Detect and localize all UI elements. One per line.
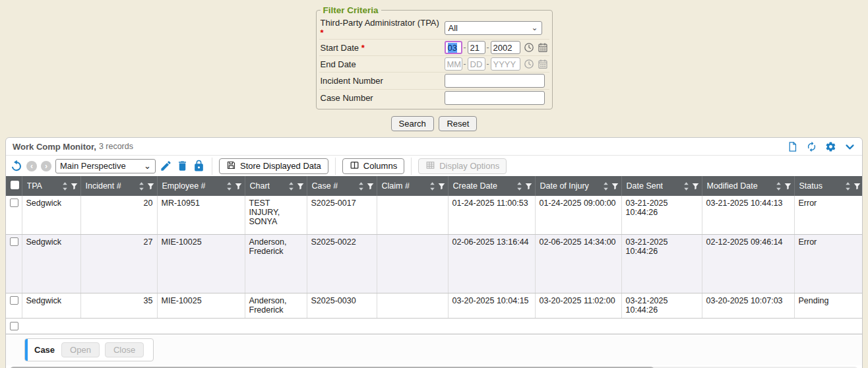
end-date-day-input[interactable]: DD (468, 57, 485, 71)
table-cell[interactable]: 20 (80, 196, 157, 234)
table-cell[interactable]: Sedgwick (22, 293, 80, 318)
column-header-employee[interactable]: Employee # (157, 176, 245, 196)
undo-icon[interactable] (10, 160, 22, 172)
sort-icon[interactable] (429, 182, 435, 191)
table-cell[interactable]: Sedgwick (22, 196, 80, 234)
table-cell[interactable]: 01-24-2025 09:00:00 (535, 196, 621, 234)
edit-pencil-icon[interactable] (160, 160, 172, 172)
filter-funnel-icon[interactable] (71, 183, 78, 190)
end-date-month-input[interactable]: MM (445, 57, 462, 71)
filter-funnel-icon[interactable] (297, 183, 304, 190)
incident-number-input[interactable] (445, 74, 545, 88)
table-cell[interactable]: 03-20-2025 10:04:15 (448, 293, 535, 318)
filter-funnel-icon[interactable] (525, 183, 532, 190)
filter-funnel-icon[interactable] (611, 183, 619, 190)
gear-icon[interactable] (825, 141, 836, 152)
table-cell[interactable]: 02-06-2025 14:34:00 (535, 234, 621, 293)
sort-icon[interactable] (139, 182, 144, 191)
sort-icon[interactable] (226, 182, 232, 191)
collapse-chevron-icon[interactable] (844, 141, 855, 152)
column-header-status[interactable]: Status (794, 176, 863, 196)
calendar-icon[interactable] (538, 42, 548, 53)
sort-icon[interactable] (683, 182, 689, 191)
end-date-year-input[interactable]: YYYY (491, 57, 520, 71)
case-open-button[interactable]: Open (61, 342, 100, 357)
table-cell[interactable] (377, 196, 448, 234)
sort-icon[interactable] (516, 182, 522, 191)
table-cell[interactable]: 03-21-2025 10:44:26 (621, 234, 702, 293)
select-all-checkbox[interactable] (10, 322, 18, 330)
display-options-button[interactable]: Display Options (418, 158, 507, 174)
sort-icon[interactable] (603, 182, 609, 191)
trash-icon[interactable] (176, 160, 189, 172)
start-date-day-input[interactable]: 21 (468, 41, 485, 54)
table-row[interactable]: Sedgwick20MR-10951TEST INJURY, SONYAS202… (6, 196, 863, 234)
table-cell[interactable]: 03-21-2025 10:44:13 (702, 196, 794, 234)
column-header-date-of-injury[interactable]: Date of Injury (535, 176, 621, 196)
sort-icon[interactable] (62, 182, 68, 191)
table-cell[interactable]: 03-21-2025 10:44:26 (621, 293, 702, 318)
refresh-icon[interactable] (806, 141, 817, 152)
store-displayed-data-button[interactable]: Store Displayed Data (219, 158, 328, 174)
column-header-chart[interactable]: Chart (245, 176, 307, 196)
table-cell[interactable]: 02-06-2025 13:16:44 (448, 234, 535, 293)
table-cell[interactable]: MIE-10025 (157, 234, 245, 293)
row-select-checkbox[interactable] (10, 199, 18, 207)
table-cell[interactable]: 27 (80, 234, 157, 293)
column-header-tpa[interactable]: TPA (22, 176, 80, 196)
table-row[interactable]: Sedgwick35MIE-10025Anderson, FrederickS2… (6, 293, 863, 318)
table-cell[interactable]: 03-21-2025 10:44:26 (621, 196, 702, 234)
table-cell[interactable]: TEST INJURY, SONYA (245, 196, 307, 234)
case-close-button[interactable]: Close (105, 342, 144, 357)
next-perspective-icon[interactable]: › (41, 161, 51, 171)
sort-icon[interactable] (358, 182, 364, 191)
table-cell[interactable]: MIE-10025 (157, 293, 245, 318)
case-number-input[interactable] (445, 91, 545, 105)
filter-funnel-icon[interactable] (367, 183, 374, 190)
search-button[interactable]: Search (391, 116, 434, 131)
table-cell[interactable]: MR-10951 (157, 196, 245, 234)
column-header-modified-date[interactable]: Modified Date (702, 176, 794, 196)
calendar-icon[interactable] (538, 59, 548, 69)
column-header-date-sent[interactable]: Date Sent (621, 176, 702, 196)
column-header-create-date[interactable]: Create Date (448, 176, 535, 196)
column-header-incident[interactable]: Incident # (80, 176, 157, 196)
table-cell[interactable]: S2025-0022 (307, 234, 377, 293)
table-cell[interactable]: Error (794, 234, 863, 293)
table-cell[interactable]: Sedgwick (22, 234, 80, 293)
column-header-case[interactable]: Case # (307, 176, 377, 196)
clock-icon[interactable] (524, 42, 534, 53)
table-row[interactable]: Sedgwick27MIE-10025Anderson, FrederickS2… (6, 234, 863, 293)
table-cell[interactable]: S2025-0030 (307, 293, 377, 318)
filter-funnel-icon[interactable] (692, 183, 699, 190)
start-date-month-input[interactable]: 03 (445, 41, 462, 54)
table-cell[interactable]: S2025-0017 (307, 196, 377, 234)
header-select-checkbox[interactable] (11, 181, 19, 189)
sort-icon[interactable] (845, 182, 851, 191)
table-cell[interactable]: Error (794, 196, 863, 234)
columns-button[interactable]: Columns (342, 158, 404, 174)
prev-perspective-icon[interactable]: ‹ (26, 161, 37, 171)
filter-funnel-icon[interactable] (853, 183, 861, 190)
filter-funnel-icon[interactable] (784, 183, 791, 190)
sort-icon[interactable] (288, 182, 294, 191)
sort-icon[interactable] (776, 182, 782, 191)
filter-funnel-icon[interactable] (235, 183, 242, 190)
table-cell[interactable]: Pending (794, 293, 863, 318)
new-document-icon[interactable] (787, 141, 798, 152)
start-date-year-input[interactable]: 2002 (491, 41, 520, 54)
table-cell[interactable]: 01-24-2025 11:00:53 (448, 196, 535, 234)
table-cell[interactable]: 03-20-2025 10:07:03 (702, 293, 794, 318)
row-select-checkbox[interactable] (10, 296, 18, 305)
table-cell[interactable]: Anderson, Frederick (245, 234, 307, 293)
table-cell[interactable] (377, 293, 448, 318)
table-cell[interactable]: 35 (80, 293, 157, 318)
row-select-checkbox[interactable] (10, 237, 18, 246)
filter-funnel-icon[interactable] (438, 183, 445, 190)
clock-icon[interactable] (524, 59, 534, 69)
perspective-select[interactable]: Main Perspective ⌄ (55, 159, 156, 173)
table-cell[interactable]: 03-20-2025 11:02:00 (535, 293, 621, 318)
lock-icon[interactable] (193, 160, 205, 172)
table-cell[interactable]: 02-12-2025 09:46:14 (702, 234, 794, 293)
table-cell[interactable] (377, 234, 448, 293)
